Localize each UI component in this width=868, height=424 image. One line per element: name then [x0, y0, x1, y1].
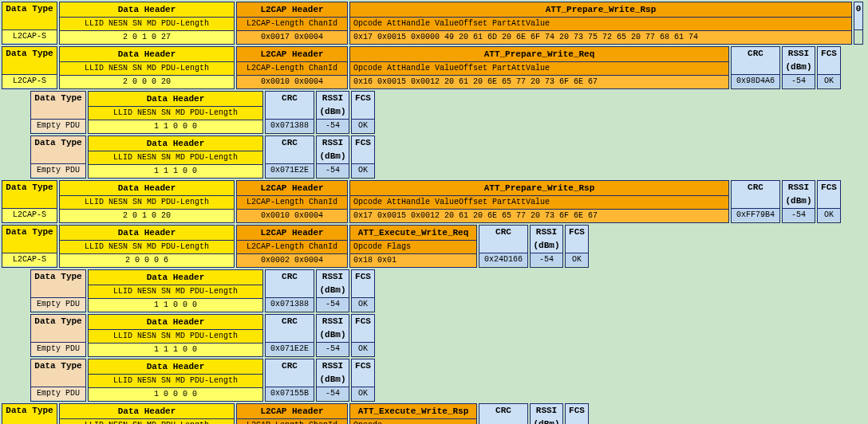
packet-row[interactable]: Data TypeEmpty PDUData HeaderLLID NESN S…	[2, 91, 866, 134]
crc-header: CRC	[266, 270, 314, 298]
data-header-value: 1 0 0 0 0	[89, 388, 262, 401]
packet-row[interactable]: Data TypeL2CAP-SData HeaderLLID NESN SN …	[2, 180, 866, 223]
fcs-header: FCS	[566, 226, 588, 253]
data-type: Data TypeL2CAP-S	[2, 403, 57, 424]
l2cap-header-subheader: L2CAP-Length ChanId	[237, 419, 347, 424]
l2cap-header-subheader: L2CAP-Length ChanId	[237, 18, 347, 31]
rssi-header: RSSI (dBm)	[317, 270, 349, 298]
fcs: FCSOK	[351, 135, 375, 179]
rssi: RSSI (dBm)-54	[782, 46, 815, 89]
fcs-header: FCS	[818, 47, 840, 75]
packet-row[interactable]: Data TypeEmpty PDUData HeaderLLID NESN S…	[2, 135, 866, 179]
rssi-value: -54	[317, 298, 349, 311]
data-type: Data TypeL2CAP-S	[2, 180, 57, 223]
l2cap-header: L2CAP HeaderL2CAP-Length ChanId0x0017 0x…	[236, 2, 348, 45]
l2cap-header: L2CAP HeaderL2CAP-Length ChanId0x0002 0x…	[236, 225, 348, 268]
data-header-subheader: LLID NESN SN MD PDU-Length	[60, 62, 234, 76]
rssi-header: RSSI (dBm)	[531, 404, 562, 424]
fcs-header: FCS	[352, 92, 374, 120]
fcs-value: OK	[818, 75, 840, 88]
data-header-header: Data Header	[60, 404, 234, 419]
packet-row[interactable]: Data TypeL2CAP-SData HeaderLLID NESN SN …	[2, 403, 866, 424]
rssi: RSSI (dBm)-54	[530, 403, 563, 424]
data-header-subheader: LLID NESN SN MD PDU-Length	[89, 375, 262, 388]
l2cap-header-header: L2CAP Header	[237, 226, 347, 241]
data-type-value: Empty PDU	[31, 298, 85, 311]
data-header-value: 2 0 1 0 27	[60, 31, 234, 44]
data-type-value: L2CAP-S	[2, 75, 57, 88]
rssi: RSSI (dBm)-54	[316, 269, 349, 312]
packet-row[interactable]: Data TypeL2CAP-SData HeaderLLID NESN SN …	[2, 225, 866, 268]
packet-row[interactable]: Data TypeEmpty PDUData HeaderLLID NESN S…	[2, 269, 866, 312]
data-header: Data HeaderLLID NESN SN MD PDU-Length2 0…	[59, 46, 235, 89]
att-block: ATT_Execute_Write_ReqOpcode Flags0x18 0x…	[349, 225, 477, 268]
data-type-header: Data Type	[31, 92, 85, 120]
data-header: Data HeaderLLID NESN SN MD PDU-Length1 1…	[88, 269, 263, 312]
crc: CRC0x071388	[265, 269, 314, 312]
data-type: Data TypeEmpty PDU	[30, 314, 86, 357]
crc: CRC0xFF79B4	[731, 180, 780, 223]
att-block-subheader: Opcode	[350, 419, 476, 424]
data-header-value: 2 0 0 0 6	[60, 254, 234, 267]
packet-row[interactable]: Data TypeL2CAP-SData HeaderLLID NESN SN …	[2, 2, 866, 45]
data-header-subheader: LLID NESN SN MD PDU-Length	[60, 241, 234, 254]
rssi-value: -54	[317, 120, 349, 132]
rssi: RSSI (dBm)-54	[530, 225, 563, 268]
crc-value: 0x07155B	[266, 387, 314, 400]
rssi-header: RSSI (dBm)	[317, 92, 349, 120]
data-type-header: Data Type	[2, 47, 57, 75]
indent-spacer	[2, 135, 30, 179]
data-header-value: 2 0 1 0 20	[60, 210, 234, 222]
packet-row[interactable]: Data TypeEmpty PDUData HeaderLLID NESN S…	[2, 359, 866, 402]
rssi-header: RSSI (dBm)	[783, 47, 815, 75]
packet-row[interactable]: Data TypeEmpty PDUData HeaderLLID NESN S…	[2, 314, 866, 357]
data-header: Data HeaderLLID NESN SN MD PDU-Length2 0…	[59, 2, 235, 45]
data-type-header: Data Type	[2, 404, 57, 424]
data-header-subheader: LLID NESN SN MD PDU-Length	[89, 330, 262, 344]
data-header: Data HeaderLLID NESN SN MD PDU-Length2 0…	[59, 180, 235, 223]
data-header-subheader: LLID NESN SN MD PDU-Length	[89, 285, 262, 299]
fcs-value: OK	[352, 298, 374, 311]
att-block-subheader: Opcode Flags	[350, 241, 476, 254]
att-block-header: ATT_Prepare_Write_Rsp	[350, 2, 851, 18]
data-header: Data HeaderLLID NESN SN MD PDU-Length1 1…	[88, 135, 263, 179]
fcs-value: OK	[352, 387, 374, 400]
crc-value: 0xFF79B4	[732, 209, 779, 222]
packet-row[interactable]: Data TypeL2CAP-SData HeaderLLID NESN SN …	[2, 46, 866, 89]
crc: CRC0x071E2E	[265, 135, 314, 179]
data-header-value: 2 0 0 0 20	[60, 76, 234, 88]
crc-header: CRC	[732, 181, 779, 209]
l2cap-header-value: 0x0002 0x0004	[237, 254, 347, 267]
data-type: Data TypeEmpty PDU	[30, 135, 86, 179]
data-header-header: Data Header	[60, 47, 234, 62]
rssi-header: RSSI (dBm)	[317, 136, 349, 164]
fcs: FCSOK	[351, 91, 375, 134]
l2cap-header: L2CAP HeaderL2CAP-Length ChanId0x0010 0x…	[236, 180, 348, 223]
rssi: RSSI (dBm)-54	[316, 359, 349, 402]
fcs-value: OK	[818, 209, 840, 222]
l2cap-header-value: 0x0010 0x0004	[237, 76, 347, 88]
crc-value: 0x071388	[266, 298, 314, 311]
data-header-header: Data Header	[89, 270, 262, 285]
att-block: ATT_Execute_Write_RspOpcode0x19	[349, 403, 477, 424]
data-header-header: Data Header	[89, 136, 262, 151]
fcs-value: OK	[352, 164, 374, 177]
crc: CRC0x071388	[265, 91, 314, 134]
fcs-value: OK	[352, 343, 374, 355]
fcs-header: FCS	[352, 359, 374, 387]
crc: CRC0x071E2E	[265, 314, 314, 357]
l2cap-header-subheader: L2CAP-Length ChanId	[237, 62, 347, 76]
data-header-header: Data Header	[89, 315, 262, 330]
data-header: Data HeaderLLID NESN SN MD PDU-Length2 0…	[59, 225, 235, 268]
data-type-value: Empty PDU	[31, 343, 85, 355]
data-type: Data TypeL2CAP-S	[2, 46, 57, 89]
rssi: RSSI (dBm)-54	[316, 314, 349, 357]
data-type-value: L2CAP-S	[2, 253, 57, 266]
data-header-subheader: LLID NESN SN MD PDU-Length	[60, 196, 234, 210]
data-header-header: Data Header	[60, 181, 234, 196]
data-header: Data HeaderLLID NESN SN MD PDU-Length1 1…	[88, 314, 263, 357]
crc-header: CRC	[266, 315, 314, 343]
rssi-value: -54	[317, 387, 349, 400]
rssi-header: RSSI (dBm)	[317, 359, 349, 387]
crc-value: 0x071E2E	[266, 343, 314, 355]
